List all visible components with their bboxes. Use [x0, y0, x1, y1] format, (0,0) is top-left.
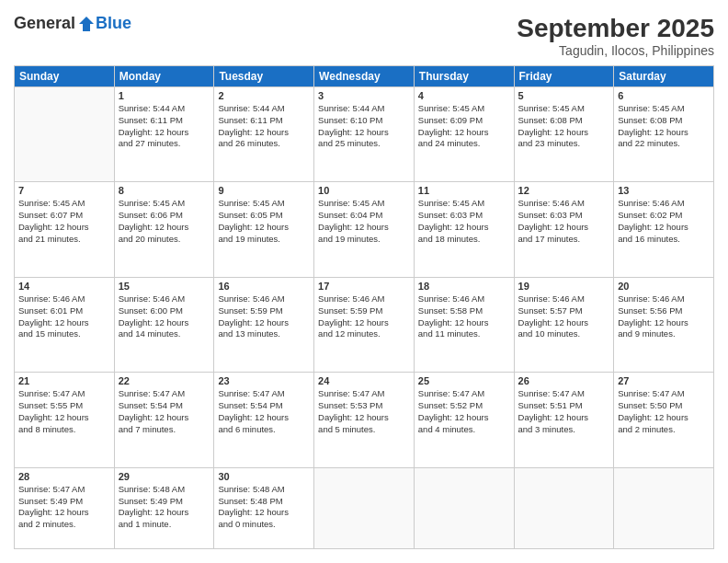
- cell-info-line: Sunrise: 5:45 AM: [18, 198, 85, 208]
- cell-info-line: Daylight: 12 hours: [518, 127, 589, 137]
- cell-info: Sunrise: 5:46 AMSunset: 5:59 PMDaylight:…: [218, 293, 310, 340]
- calendar-cell: 29Sunrise: 5:48 AMSunset: 5:49 PMDayligh…: [114, 467, 214, 548]
- cell-info-line: Daylight: 12 hours: [119, 507, 189, 517]
- calendar-cell: 12Sunrise: 5:46 AMSunset: 6:03 PMDayligh…: [514, 182, 614, 277]
- cell-info: Sunrise: 5:45 AMSunset: 6:04 PMDaylight:…: [318, 198, 410, 245]
- cell-info-line: Sunset: 5:57 PM: [518, 305, 583, 316]
- cell-info-line: Sunset: 6:10 PM: [318, 115, 382, 125]
- day-number: 7: [18, 185, 110, 196]
- cell-info-line: and 2 minutes.: [18, 519, 75, 529]
- cell-info-line: Sunset: 6:03 PM: [418, 210, 483, 220]
- calendar-cell: 4Sunrise: 5:45 AMSunset: 6:09 PMDaylight…: [414, 87, 514, 182]
- cell-info-line: Daylight: 12 hours: [618, 317, 688, 327]
- cell-info-line: Sunrise: 5:48 AM: [119, 484, 185, 494]
- calendar-cell: 11Sunrise: 5:45 AMSunset: 6:03 PMDayligh…: [414, 182, 514, 277]
- cell-info-line: Sunset: 6:11 PM: [119, 115, 183, 125]
- page: General Blue September 2025 Tagudin, Ilo…: [0, 0, 728, 563]
- week-row-1: 1Sunrise: 5:44 AMSunset: 6:11 PMDaylight…: [15, 87, 714, 182]
- cell-info-line: Sunset: 5:49 PM: [18, 496, 83, 506]
- day-number: 1: [119, 90, 210, 101]
- cell-info-line: Sunrise: 5:46 AM: [518, 198, 585, 208]
- cell-info: Sunrise: 5:44 AMSunset: 6:11 PMDaylight:…: [218, 103, 310, 150]
- cell-info-line: Sunrise: 5:47 AM: [318, 388, 384, 398]
- cell-info: Sunrise: 5:45 AMSunset: 6:05 PMDaylight:…: [218, 198, 310, 245]
- cell-info: Sunrise: 5:47 AMSunset: 5:54 PMDaylight:…: [218, 388, 310, 435]
- cell-info-line: and 6 minutes.: [218, 424, 275, 434]
- cell-info-line: Sunset: 6:04 PM: [318, 210, 382, 220]
- cell-info-line: Daylight: 12 hours: [518, 222, 589, 232]
- cell-info-line: Daylight: 12 hours: [218, 317, 289, 327]
- day-number: 26: [518, 375, 610, 386]
- week-row-2: 7Sunrise: 5:45 AMSunset: 6:07 PMDaylight…: [15, 182, 714, 277]
- cell-info-line: and 24 minutes.: [418, 138, 481, 148]
- calendar-table: SundayMondayTuesdayWednesdayThursdayFrid…: [14, 65, 714, 549]
- cell-info-line: Sunrise: 5:45 AM: [518, 103, 585, 113]
- cell-info-line: Daylight: 12 hours: [218, 127, 289, 137]
- calendar-cell: 3Sunrise: 5:44 AMSunset: 6:10 PMDaylight…: [314, 87, 415, 182]
- cell-info-line: Sunset: 5:49 PM: [119, 496, 183, 506]
- cell-info: Sunrise: 5:46 AMSunset: 5:59 PMDaylight:…: [318, 293, 410, 340]
- cell-info-line: Daylight: 12 hours: [318, 127, 389, 137]
- week-row-5: 28Sunrise: 5:47 AMSunset: 5:49 PMDayligh…: [15, 467, 714, 548]
- cell-info-line: Daylight: 12 hours: [18, 222, 89, 232]
- cell-info: Sunrise: 5:44 AMSunset: 6:10 PMDaylight:…: [318, 103, 410, 150]
- month-title: September 2025: [517, 14, 714, 43]
- cell-info-line: Daylight: 12 hours: [18, 507, 89, 517]
- cell-info-line: Daylight: 12 hours: [418, 412, 489, 422]
- calendar-cell: 2Sunrise: 5:44 AMSunset: 6:11 PMDaylight…: [214, 87, 314, 182]
- cell-info-line: Daylight: 12 hours: [318, 412, 389, 422]
- cell-info-line: Sunrise: 5:44 AM: [119, 103, 185, 113]
- cell-info-line: Sunrise: 5:47 AM: [18, 484, 85, 494]
- calendar-cell: 30Sunrise: 5:48 AMSunset: 5:48 PMDayligh…: [214, 467, 314, 548]
- day-number: 16: [218, 281, 310, 292]
- cell-info-line: Sunrise: 5:47 AM: [119, 388, 185, 398]
- cell-info-line: Daylight: 12 hours: [418, 222, 489, 232]
- cell-info-line: Sunset: 5:48 PM: [218, 496, 282, 506]
- cell-info-line: and 13 minutes.: [218, 328, 280, 339]
- cell-info-line: Sunset: 5:59 PM: [318, 305, 382, 316]
- cell-info-line: Sunset: 6:06 PM: [119, 210, 183, 220]
- calendar-cell: 24Sunrise: 5:47 AMSunset: 5:53 PMDayligh…: [314, 373, 415, 467]
- cell-info-line: and 7 minutes.: [119, 424, 176, 434]
- cell-info-line: and 5 minutes.: [318, 424, 375, 434]
- day-number: 19: [518, 281, 610, 292]
- calendar-cell: [414, 467, 514, 548]
- cell-info-line: Sunrise: 5:46 AM: [618, 198, 684, 208]
- day-number: 11: [418, 185, 510, 196]
- cell-info: Sunrise: 5:46 AMSunset: 6:03 PMDaylight:…: [518, 198, 610, 245]
- day-number: 23: [218, 375, 310, 386]
- calendar-cell: [614, 467, 714, 548]
- column-header-monday: Monday: [114, 66, 214, 87]
- cell-info-line: and 26 minutes.: [218, 138, 280, 148]
- cell-info: Sunrise: 5:47 AMSunset: 5:54 PMDaylight:…: [119, 388, 210, 435]
- cell-info: Sunrise: 5:45 AMSunset: 6:07 PMDaylight:…: [18, 198, 110, 245]
- cell-info: Sunrise: 5:45 AMSunset: 6:08 PMDaylight:…: [618, 103, 710, 150]
- cell-info-line: Daylight: 12 hours: [119, 222, 189, 232]
- cell-info-line: Sunset: 5:53 PM: [318, 400, 382, 410]
- cell-info-line: and 27 minutes.: [119, 138, 181, 148]
- day-number: 8: [119, 185, 210, 196]
- cell-info-line: Sunrise: 5:46 AM: [318, 293, 384, 304]
- cell-info-line: Daylight: 12 hours: [618, 222, 688, 232]
- calendar-cell: 10Sunrise: 5:45 AMSunset: 6:04 PMDayligh…: [314, 182, 415, 277]
- cell-info-line: Sunset: 5:58 PM: [418, 305, 483, 316]
- cell-info-line: Sunset: 6:09 PM: [418, 115, 483, 125]
- cell-info: Sunrise: 5:48 AMSunset: 5:49 PMDaylight:…: [119, 484, 210, 531]
- cell-info-line: and 1 minute.: [119, 519, 172, 529]
- day-number: 15: [119, 281, 210, 292]
- cell-info: Sunrise: 5:47 AMSunset: 5:49 PMDaylight:…: [18, 484, 110, 531]
- day-number: 14: [18, 281, 110, 292]
- cell-info-line: Sunset: 6:01 PM: [18, 305, 83, 316]
- cell-info-line: Sunset: 5:56 PM: [618, 305, 682, 316]
- day-number: 3: [318, 90, 410, 101]
- cell-info-line: Sunrise: 5:45 AM: [418, 198, 484, 208]
- cell-info: Sunrise: 5:48 AMSunset: 5:48 PMDaylight:…: [218, 484, 310, 531]
- day-number: 9: [218, 185, 310, 196]
- calendar-cell: 6Sunrise: 5:45 AMSunset: 6:08 PMDaylight…: [614, 87, 714, 182]
- cell-info-line: Daylight: 12 hours: [218, 222, 289, 232]
- location-subtitle: Tagudin, Ilocos, Philippines: [517, 43, 714, 58]
- cell-info-line: Sunset: 5:50 PM: [618, 400, 682, 410]
- cell-info-line: and 21 minutes.: [18, 234, 81, 244]
- calendar-cell: 17Sunrise: 5:46 AMSunset: 5:59 PMDayligh…: [314, 277, 415, 372]
- cell-info-line: Sunset: 6:05 PM: [218, 210, 282, 220]
